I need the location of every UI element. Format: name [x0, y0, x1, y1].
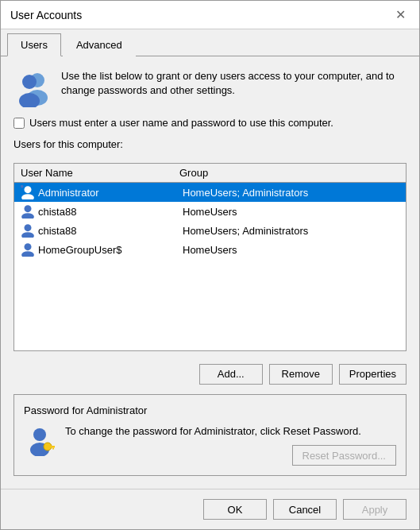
- svg-point-13: [33, 428, 46, 441]
- password-text: To change the password for Administrator…: [65, 424, 396, 439]
- properties-button[interactable]: Properties: [339, 364, 407, 385]
- reset-password-button[interactable]: Reset Password...: [292, 445, 397, 466]
- user-row-icon: [21, 185, 35, 199]
- svg-point-11: [25, 243, 32, 250]
- col-group-header: Group: [179, 167, 399, 179]
- dialog: User Accounts ✕ Users Advanced: [0, 0, 420, 530]
- table-row[interactable]: Administrator HomeUsers; Administrators: [14, 183, 406, 202]
- apply-button[interactable]: Apply: [343, 499, 407, 520]
- user-row-icon: [21, 223, 35, 238]
- password-required-checkbox[interactable]: [13, 118, 25, 129]
- cancel-button[interactable]: Cancel: [273, 499, 337, 520]
- users-section-label: Users for this computer:: [13, 138, 407, 150]
- close-button[interactable]: ✕: [391, 6, 410, 25]
- row-name: chista88: [38, 206, 183, 218]
- row-group: HomeUsers; Administrators: [183, 187, 399, 199]
- row-group: HomeUsers; Administrators: [183, 225, 399, 237]
- user-row-icon: [21, 204, 35, 219]
- users-icon: [13, 69, 52, 107]
- svg-point-9: [25, 224, 32, 231]
- tab-advanced[interactable]: Advanced: [63, 33, 136, 56]
- password-required-label: Users must enter a user name and passwor…: [29, 117, 333, 129]
- info-section: Use the list below to grant or deny user…: [13, 69, 407, 107]
- svg-point-10: [21, 232, 34, 238]
- row-name: HomeGroupUser$: [38, 244, 183, 256]
- users-icon-svg: [13, 69, 52, 107]
- svg-point-7: [25, 205, 32, 212]
- password-icon: [24, 424, 56, 458]
- row-name: Administrator: [38, 187, 183, 199]
- table-row[interactable]: HomeGroupUser$ HomeUsers: [14, 240, 406, 259]
- svg-rect-16: [50, 446, 55, 448]
- svg-point-12: [21, 251, 34, 257]
- password-section: Password for Administrator To change the…: [13, 394, 407, 476]
- user-row-icon: [21, 242, 35, 257]
- svg-point-2: [22, 75, 37, 89]
- ok-button[interactable]: OK: [203, 499, 267, 520]
- table-body: Administrator HomeUsers; Administrators …: [14, 183, 406, 259]
- password-btn-row: Reset Password...: [65, 445, 396, 466]
- tab-users[interactable]: Users: [7, 33, 61, 56]
- col-username-header: User Name: [21, 167, 179, 179]
- password-inner: To change the password for Administrator…: [24, 424, 396, 466]
- svg-point-4: [25, 186, 32, 193]
- remove-button[interactable]: Remove: [269, 364, 333, 385]
- table-buttons: Add... Remove Properties: [13, 364, 407, 385]
- title-bar: User Accounts ✕: [1, 1, 419, 29]
- dialog-title: User Accounts: [10, 9, 82, 21]
- main-content: Use the list below to grant or deny user…: [1, 56, 419, 489]
- tab-bar: Users Advanced: [1, 29, 419, 56]
- password-required-row: Users must enter a user name and passwor…: [13, 117, 407, 129]
- svg-rect-17: [52, 447, 54, 449]
- bottom-bar: OK Cancel Apply: [1, 489, 419, 529]
- svg-point-5: [21, 194, 34, 199]
- add-button[interactable]: Add...: [199, 364, 263, 385]
- password-icon-svg: [24, 424, 56, 456]
- row-group: HomeUsers: [183, 244, 399, 256]
- table-row[interactable]: chista88 HomeUsers; Administrators: [14, 221, 406, 240]
- users-table: User Name Group Administrator HomeUsers;…: [13, 163, 407, 351]
- row-name: chista88: [38, 225, 183, 237]
- table-row[interactable]: chista88 HomeUsers: [14, 202, 406, 221]
- table-header: User Name Group: [14, 164, 406, 183]
- info-text: Use the list below to grant or deny user…: [61, 69, 407, 98]
- row-group: HomeUsers: [183, 206, 399, 218]
- svg-point-8: [21, 213, 34, 219]
- password-section-title: Password for Administrator: [24, 404, 396, 416]
- svg-rect-6: [21, 185, 23, 188]
